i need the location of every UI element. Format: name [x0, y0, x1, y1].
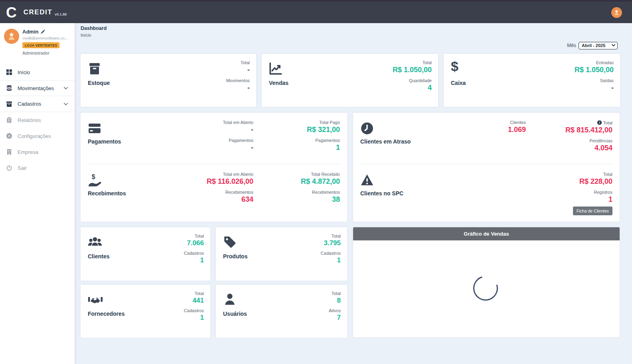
credit-card-icon [88, 122, 101, 135]
card-estoque: Estoque Total - Movimentos - [81, 54, 256, 107]
card-title: Estoque [88, 80, 110, 86]
profile-email: credit@anronsoftware.co... [22, 36, 68, 40]
stat-value: 7.066 [184, 239, 204, 247]
archive-icon [6, 101, 12, 107]
stat-value: R$ 1.050,00 [575, 65, 614, 75]
stat-value: - [226, 83, 250, 92]
svg-text:$: $ [92, 173, 95, 180]
stat-value: - [575, 83, 614, 92]
sidebar-item-inicio[interactable]: Início [0, 64, 75, 80]
dollar-icon: $ [451, 59, 464, 73]
stat-label: Pendências [565, 138, 612, 143]
stat-value: 1.069 [508, 125, 526, 134]
clock-icon [360, 122, 374, 135]
sidebar-item-label: Início [18, 69, 30, 75]
sidebar-item-label: Movimentações [18, 85, 54, 91]
stat-value: 3.795 [321, 239, 341, 247]
stat-value: 1 [307, 143, 340, 152]
stat-label: Total [579, 172, 612, 177]
clipboard-icon [6, 117, 12, 123]
stat-value: 38 [301, 195, 340, 204]
sidebar-item-movimentacoes[interactable]: Movimentações [0, 80, 75, 96]
card-caixa: $ Caixa Entradas R$ 1.050,00 Saídas - [444, 54, 620, 107]
stat-label: Total [603, 120, 612, 125]
month-select[interactable]: Abril - 2025 [579, 42, 618, 49]
edit-profile-icon[interactable] [40, 29, 45, 34]
sidebar-item-label: Sair [18, 165, 27, 171]
user-icon [223, 293, 237, 306]
box-icon [88, 62, 101, 75]
card-clientes-atraso-spc: Clientes em Atraso Clientes 1.069 Total … [353, 113, 620, 222]
section-clientes-spc: Clientes no SPC Total R$ 228,00 Registro… [353, 165, 620, 222]
stat-label: Total Pago [307, 120, 340, 125]
sidebar-item-label: Empresa [18, 149, 38, 155]
stat-label: Total em Aberto [207, 172, 253, 177]
info-icon[interactable] [597, 120, 602, 125]
power-icon [6, 165, 12, 171]
stat-label: Pagamentos [307, 138, 340, 143]
stat-value: R$ 116.026,00 [207, 177, 253, 186]
stat-label: Total em Aberto [223, 120, 253, 125]
stat-value: R$ 1.050,00 [393, 65, 432, 75]
stat-value: R$ 815.412,00 [565, 126, 612, 135]
stat-value: R$ 228,00 [579, 177, 612, 186]
profile-section: Admin credit@anronsoftware.co... LOJA VE… [0, 23, 75, 58]
sidebar-item-label: Configurações [18, 133, 51, 139]
sidebar-item-empresa[interactable]: Empresa [0, 144, 75, 160]
gear-icon [6, 133, 12, 139]
stat-value: 1 [321, 256, 341, 264]
grid-icon [6, 69, 12, 75]
building-icon [6, 149, 12, 155]
stat-label: Cadastros [184, 251, 204, 256]
user-menu-avatar[interactable] [611, 7, 622, 18]
chart-title: Gráfico de Vendas [353, 227, 620, 240]
stat-value: 1 [184, 256, 204, 264]
card-title: Caixa [451, 80, 466, 86]
chart-line-icon [269, 62, 282, 75]
card-fornecedores: Fornecedores Total 441 Cadastros 1 [81, 285, 210, 338]
card-title: Fornecedores [88, 311, 125, 317]
card-produtos: Produtos Total 3.795 Cadastros 1 [216, 227, 347, 281]
ficha-de-clientes-button[interactable]: Ficha de Clientes [573, 207, 612, 215]
stat-label: Total [184, 234, 204, 238]
stat-label: Total [226, 60, 250, 65]
stat-label: Total [329, 291, 341, 296]
sidebar-item-configuracoes[interactable]: Configurações [0, 128, 75, 144]
card-usuarios: Usuários Total 8 Ativos 7 [216, 285, 347, 338]
profile-role: Administrador [22, 51, 68, 55]
sidebar-item-cadastros[interactable]: Cadastros [0, 96, 75, 112]
card-title: Vendas [269, 80, 288, 86]
sidebar-item-relatorios[interactable]: Relatórios [0, 112, 75, 128]
stat-label: Movimentos [226, 78, 250, 83]
card-clientes: Clientes Total 7.066 Cadastros 1 [81, 227, 210, 281]
stat-label: Ativos [329, 308, 341, 313]
dashed-divider [88, 164, 340, 164]
stat-label: Saídas [575, 78, 614, 83]
stat-label: Recebimentos [207, 190, 253, 195]
stat-value: - [223, 125, 253, 134]
stat-label: Clientes [508, 120, 526, 125]
stat-value: 634 [207, 195, 253, 204]
chevron-down-icon [63, 101, 69, 107]
stat-label: Entradas [575, 60, 614, 65]
stat-value: 441 [184, 296, 204, 305]
card-title: Pagamentos [88, 138, 121, 145]
sidebar-item-sair[interactable]: Sair [0, 160, 75, 176]
stat-label: Total [321, 234, 341, 238]
card-title: Produtos [223, 253, 247, 260]
card-title: Usuários [223, 311, 247, 317]
month-filter: Mês Abril - 2025 [567, 41, 618, 49]
stat-value: 1 [184, 313, 204, 322]
stat-label-with-info: Total [565, 120, 612, 125]
person-icon [613, 9, 620, 16]
card-vendas: Vendas Total R$ 1.050,00 Quantidade 4 [262, 54, 438, 107]
hand-holding-dollar-icon: $ [88, 173, 101, 187]
stat-label: Pagamentos [223, 138, 253, 143]
app-version: v0.1.88 [55, 12, 67, 16]
app-logo[interactable]: C [6, 5, 17, 20]
stat-label: Total [184, 291, 204, 296]
store-badge: LOJA VERTENTES [22, 42, 59, 48]
person-icon [7, 31, 16, 41]
profile-avatar[interactable] [4, 29, 19, 44]
database-icon [6, 85, 12, 91]
